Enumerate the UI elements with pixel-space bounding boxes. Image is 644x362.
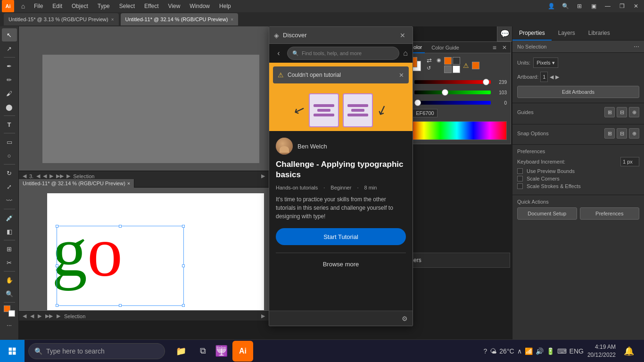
tool-zoom[interactable]: 🔍	[2, 287, 17, 300]
tool-more[interactable]: ···	[2, 318, 17, 331]
menu-object[interactable]: Object	[67, 0, 93, 12]
color-panel-menu[interactable]: ≡	[493, 44, 496, 51]
discover-home-button[interactable]: ⌂	[403, 49, 408, 58]
doc-tab-2-close[interactable]: ×	[231, 17, 233, 22]
doc2-tab[interactable]: Untitled-11* @ 32.14 % (RGB/CPU Preview)…	[19, 179, 134, 188]
menu-window[interactable]: Window	[185, 0, 215, 12]
use-preview-bounds-checkbox[interactable]	[517, 168, 523, 174]
error-close-button[interactable]: ✕	[399, 72, 404, 79]
panel-expand-icon[interactable]: ⋯	[634, 43, 639, 50]
taskbar-network-icon[interactable]: 📶	[525, 347, 533, 355]
taskbar-file-explorer[interactable]: 📁	[172, 342, 190, 361]
doc-tab-1[interactable]: Untitled-15* @ 3.13 % (RGB/CPU Preview) …	[4, 13, 119, 25]
taskbar-question-icon[interactable]: ?	[484, 347, 487, 355]
doc2-tab-close[interactable]: ×	[127, 181, 130, 186]
page-next-1[interactable]: ▶	[50, 173, 53, 179]
chat-panel-icon[interactable]: 💬	[497, 26, 512, 41]
snap-icon-2[interactable]: ⊟	[617, 128, 627, 139]
r-thumb[interactable]	[483, 79, 489, 85]
edit-artboards-button[interactable]: Edit Artboards	[517, 86, 639, 98]
taskbar-battery-icon[interactable]: 🔋	[546, 347, 554, 355]
taskbar-clock[interactable]: 4:19 AM 20/12/2022	[587, 343, 616, 359]
canvas-1[interactable]	[42, 55, 259, 163]
selection-handle-tr[interactable]	[182, 225, 185, 228]
tool-ellipse[interactable]: ○	[2, 149, 17, 162]
panel-collapse-2[interactable]: ▶	[261, 313, 265, 319]
r-slider[interactable]	[414, 80, 491, 84]
page-prev-3[interactable]: ◀	[30, 313, 34, 319]
panel-collapse-1[interactable]: ▶	[261, 173, 265, 179]
start-button[interactable]	[0, 340, 25, 362]
user-account-icon[interactable]: 👤	[545, 0, 557, 12]
tool-slice[interactable]: ✂	[2, 256, 17, 269]
scroll-left-2[interactable]: ◀	[23, 313, 26, 319]
taskbar-volume-icon[interactable]: 🔊	[536, 347, 544, 355]
menu-effect[interactable]: Effect	[140, 0, 163, 12]
swatch-dark[interactable]	[453, 57, 460, 65]
hex-value[interactable]: EF6700	[413, 109, 438, 117]
search-icon[interactable]: 🔍	[559, 0, 571, 12]
taskbar-ai-app-icon[interactable]: Ai	[232, 341, 253, 362]
snap-icon-3[interactable]: ⊕	[629, 128, 639, 139]
g-thumb[interactable]	[442, 89, 448, 96]
guide-icon-1[interactable]: ⊞	[604, 107, 615, 117]
tab-layers[interactable]: Layers	[552, 26, 582, 41]
scroll-right-2[interactable]: ▶	[57, 313, 60, 319]
selection-handle-mr[interactable]	[182, 264, 185, 267]
tool-warp[interactable]: 〰	[2, 194, 17, 207]
tab-libraries[interactable]: Libraries	[582, 26, 617, 41]
out-of-gamut-swatch[interactable]	[472, 62, 479, 69]
tool-pencil[interactable]: ✏	[2, 73, 17, 86]
swatch-white[interactable]	[453, 66, 460, 73]
color-mode-cmyk[interactable]: ◉	[437, 57, 441, 63]
restore-button[interactable]: ❐	[616, 0, 628, 12]
tool-scale[interactable]: ⤢	[2, 180, 17, 193]
tool-artboard[interactable]: ⊞	[2, 242, 17, 255]
artboard-input[interactable]: 1	[540, 72, 548, 82]
selection-handle-bc[interactable]	[119, 304, 122, 307]
scale-corners-checkbox[interactable]	[517, 176, 523, 181]
page-prev-2[interactable]: ◀	[43, 173, 47, 179]
selection-handle-bl[interactable]	[56, 304, 58, 307]
close-button[interactable]: ✕	[630, 0, 642, 12]
menu-edit[interactable]: Edit	[48, 0, 67, 12]
doc-tab-1-close[interactable]: ×	[111, 17, 114, 22]
panel-icon[interactable]: ▣	[587, 0, 600, 12]
guide-icon-2[interactable]: ⊟	[617, 107, 627, 117]
artboard-nav-prev[interactable]: ◀	[550, 74, 553, 80]
out-of-gamut-icon[interactable]: ⚠	[463, 62, 469, 69]
discover-search-box[interactable]: 🔍 Find tools, help, and more	[287, 47, 399, 60]
browse-more-link[interactable]: Browse more	[276, 259, 406, 270]
color-guide-tab[interactable]: Color Guide	[429, 42, 462, 53]
color-panel-close[interactable]: ✕	[502, 44, 507, 51]
page-next-3[interactable]: ▶	[38, 313, 41, 319]
menu-help[interactable]: Help	[215, 0, 236, 12]
fill-stroke-indicator[interactable]	[3, 304, 16, 318]
notification-center[interactable]: 🔔	[619, 342, 638, 361]
page-prev-1[interactable]: ◀	[36, 173, 40, 179]
scale-strokes-checkbox[interactable]	[517, 183, 523, 189]
tool-eyedropper[interactable]: 💉	[2, 211, 17, 224]
taskbar-search-box[interactable]: 🔍 Type here to search	[28, 343, 165, 359]
tool-pen[interactable]: ✒	[2, 59, 17, 73]
menu-type[interactable]: Type	[93, 0, 115, 12]
scroll-left-1[interactable]: ◀	[23, 173, 26, 179]
tool-rectangle[interactable]: ▭	[2, 135, 17, 148]
arrange-windows-icon[interactable]: ⊞	[573, 0, 586, 12]
minimize-button[interactable]: —	[602, 0, 614, 12]
tool-hand[interactable]: ✋	[2, 273, 17, 287]
tool-direct-select[interactable]: ↗	[2, 42, 17, 55]
doc-tab-2[interactable]: Untitled-11* @ 32.14 % (RGB/CPU Preview)…	[121, 13, 239, 25]
discover-back-button[interactable]: ‹	[274, 49, 283, 58]
tool-brush[interactable]: 🖌	[2, 87, 17, 100]
swap-colors-icon[interactable]: ⇄	[427, 57, 432, 64]
taskbar-weather-icon[interactable]: 🌤	[490, 347, 496, 355]
scroll-right-1[interactable]: ▶	[66, 173, 70, 179]
document-setup-button[interactable]: Document Setup	[517, 207, 577, 220]
keyboard-increment-input[interactable]: 1 px	[620, 157, 639, 166]
taskbar-keyboard-icon[interactable]: ⌨	[557, 347, 567, 355]
menu-select[interactable]: Select	[115, 0, 140, 12]
canvas-2[interactable]: g o	[47, 193, 264, 310]
menu-file[interactable]: File	[29, 0, 48, 12]
b-thumb[interactable]	[414, 99, 421, 106]
